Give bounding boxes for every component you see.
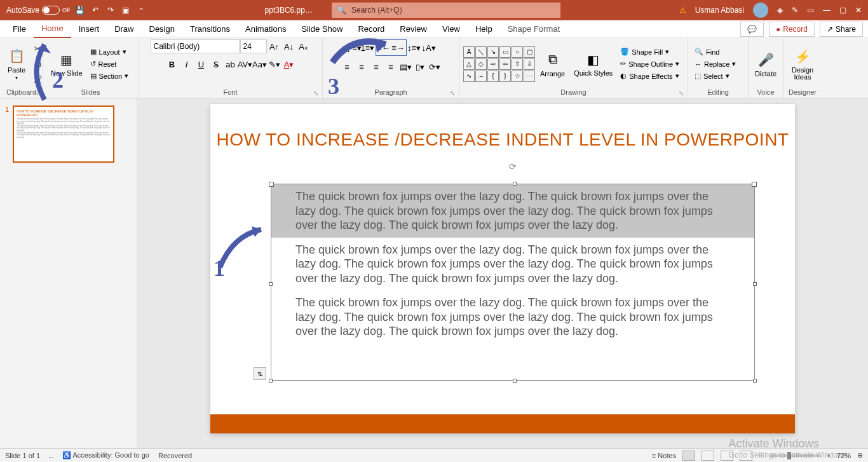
- fit-to-window-icon[interactable]: ⊕: [857, 451, 863, 459]
- format-painter-icon[interactable]: 🖌: [31, 72, 44, 86]
- underline-icon[interactable]: U: [194, 57, 208, 71]
- notes-button[interactable]: ≡ Notes: [652, 452, 676, 459]
- undo-icon[interactable]: ↶: [90, 5, 100, 15]
- bullets-icon[interactable]: ⋮≡▾: [346, 41, 360, 55]
- font-size-select[interactable]: [240, 39, 267, 53]
- shape-arrow5-icon[interactable]: ⇩: [524, 58, 535, 70]
- tab-view[interactable]: View: [435, 20, 468, 37]
- align-text-icon[interactable]: ▯▾: [413, 60, 427, 74]
- clipboard-launcher-icon[interactable]: ⤡: [34, 90, 41, 97]
- increase-indent-button[interactable]: ≡→: [391, 41, 405, 55]
- shape-curve-icon[interactable]: ∿: [463, 71, 475, 82]
- paste-button[interactable]: 📋 Paste ▾: [4, 44, 29, 83]
- bold-icon[interactable]: B: [165, 57, 179, 71]
- spellcheck-icon[interactable]: ⎵: [49, 452, 53, 459]
- paragraph-3[interactable]: The quick brown fox jumps over the lazy …: [271, 290, 754, 344]
- tab-design[interactable]: Design: [142, 20, 182, 37]
- comments-button[interactable]: 💬: [740, 22, 764, 37]
- drawing-launcher-icon[interactable]: ⤡: [679, 90, 686, 97]
- clear-format-icon[interactable]: Aₓ: [297, 39, 311, 53]
- layout-button[interactable]: ▦ Layout ▾: [88, 46, 132, 57]
- paragraph-1[interactable]: The quick brown fox jumps over the lazy …: [271, 184, 754, 238]
- resize-handle-icon[interactable]: [513, 379, 517, 383]
- shape-arrow-icon[interactable]: ↘: [487, 46, 499, 58]
- shape-brace-icon[interactable]: {: [487, 71, 499, 82]
- shape-diamond-icon[interactable]: ◇: [475, 58, 487, 70]
- shape-fill-button[interactable]: 🪣 Shape Fill ▾: [618, 46, 682, 57]
- content-textbox[interactable]: ⟳ The quick brown fox jumps over the laz…: [271, 184, 755, 381]
- font-launcher-icon[interactable]: ⤡: [313, 90, 321, 97]
- numbering-icon[interactable]: 1≡▾: [361, 41, 375, 55]
- shape-more-icon[interactable]: ⋯: [524, 71, 535, 82]
- shape-star-icon[interactable]: ☆: [512, 71, 523, 82]
- user-name[interactable]: Usman Abbasi: [695, 6, 744, 15]
- shape-oval-icon[interactable]: ○: [512, 46, 523, 58]
- record-button[interactable]: ● Record: [769, 22, 815, 37]
- tab-draw[interactable]: Draw: [107, 20, 141, 37]
- change-case-icon[interactable]: Aa▾: [253, 57, 267, 71]
- tab-slideshow[interactable]: Slide Show: [294, 20, 350, 37]
- text-direction-icon[interactable]: ↓A▾: [422, 41, 436, 55]
- smartart-icon[interactable]: ⟳▾: [428, 60, 442, 74]
- replace-button[interactable]: ↔ Replace ▾: [692, 58, 738, 69]
- slide-count[interactable]: Slide 1 of 1: [5, 452, 40, 459]
- design-ideas-button[interactable]: ⚡ Design Ideas: [787, 45, 818, 83]
- columns-icon[interactable]: ▤▾: [398, 60, 412, 74]
- autosave-toggle[interactable]: AutoSave Off: [6, 6, 70, 15]
- present-icon[interactable]: ▣: [121, 5, 131, 15]
- autofit-icon[interactable]: ⇅: [254, 367, 266, 380]
- increase-font-icon[interactable]: A↑: [268, 39, 281, 53]
- shape-textbox-icon[interactable]: A: [463, 46, 475, 58]
- decrease-indent-button[interactable]: ≡←: [377, 41, 391, 55]
- resize-handle-icon[interactable]: [269, 379, 273, 383]
- strike-icon[interactable]: S̶: [209, 57, 223, 71]
- tab-review[interactable]: Review: [392, 20, 435, 37]
- shape-rect-icon[interactable]: ▭: [499, 46, 511, 58]
- shape-arrow3-icon[interactable]: ⇦: [499, 58, 511, 70]
- section-button[interactable]: ▤ Section ▾: [88, 71, 132, 81]
- align-center-icon[interactable]: ≡: [355, 60, 369, 74]
- arrange-button[interactable]: ⧉ Arrange: [536, 48, 569, 80]
- shapes-gallery[interactable]: A ＼ ↘ ▭ ○ ▢ △ ◇ ⇨ ⇦ ⇧ ⇩ ∿ ⌢ { } ☆ ⋯: [463, 46, 535, 82]
- sorter-view-icon[interactable]: [702, 451, 714, 461]
- resize-handle-icon[interactable]: [753, 282, 757, 286]
- char-spacing-icon[interactable]: AV▾: [238, 57, 252, 71]
- save-icon[interactable]: 💾: [75, 5, 85, 15]
- find-button[interactable]: 🔍 Find: [692, 46, 738, 57]
- slide-canvas[interactable]: HOW TO INCREASE /DECREASE INDENT LEVEL I…: [137, 99, 868, 462]
- shape-arrow4-icon[interactable]: ⇧: [512, 58, 523, 70]
- justify-icon[interactable]: ≡: [384, 60, 398, 74]
- maximize-icon[interactable]: ▢: [839, 6, 846, 15]
- resize-handle-icon[interactable]: [513, 182, 517, 186]
- shape-arrow2-icon[interactable]: ⇨: [487, 58, 499, 70]
- tab-file[interactable]: File: [5, 20, 34, 37]
- font-name-select[interactable]: [151, 39, 240, 53]
- decrease-font-icon[interactable]: A↓: [282, 39, 296, 53]
- warning-icon[interactable]: ⚠: [679, 6, 686, 15]
- qat-dropdown-icon[interactable]: ⁼: [136, 5, 146, 15]
- quick-styles-button[interactable]: ◧ Quick Styles: [570, 48, 616, 79]
- shape-line-icon[interactable]: ＼: [475, 46, 487, 58]
- shape-roundrect-icon[interactable]: ▢: [524, 46, 535, 58]
- font-color-icon[interactable]: A▾: [282, 57, 296, 71]
- user-avatar-icon[interactable]: [753, 3, 768, 18]
- wand-icon[interactable]: ✎: [792, 6, 798, 15]
- copy-icon[interactable]: ⧉: [31, 57, 44, 71]
- tab-record[interactable]: Record: [350, 20, 392, 37]
- shape-effects-button[interactable]: ◐ Shape Effects ▾: [618, 71, 682, 81]
- resize-handle-icon[interactable]: [753, 379, 757, 383]
- accessibility-status[interactable]: ♿ Accessibility: Good to go: [62, 451, 149, 459]
- align-right-icon[interactable]: ≡: [369, 60, 383, 74]
- cut-icon[interactable]: ✂: [31, 42, 44, 56]
- tab-insert[interactable]: Insert: [71, 20, 107, 37]
- toggle-icon[interactable]: [42, 6, 60, 15]
- paragraph-launcher-icon[interactable]: ⤡: [450, 90, 458, 97]
- italic-icon[interactable]: I: [180, 57, 194, 71]
- redo-icon[interactable]: ↷: [105, 5, 116, 15]
- diamond-icon[interactable]: ◈: [777, 6, 783, 15]
- rotate-handle-icon[interactable]: ⟳: [509, 161, 517, 172]
- slide[interactable]: HOW TO INCREASE /DECREASE INDENT LEVEL I…: [210, 104, 795, 433]
- slide-thumbnails-panel[interactable]: 1 HOW TO INCREASE /DECREASE INDENT LEVEL…: [0, 99, 137, 462]
- paragraph-2[interactable]: The quick brown fox jumps over the lazy …: [271, 238, 754, 291]
- slide-thumbnail-1[interactable]: HOW TO INCREASE /DECREASE INDENT LEVEL I…: [13, 105, 114, 163]
